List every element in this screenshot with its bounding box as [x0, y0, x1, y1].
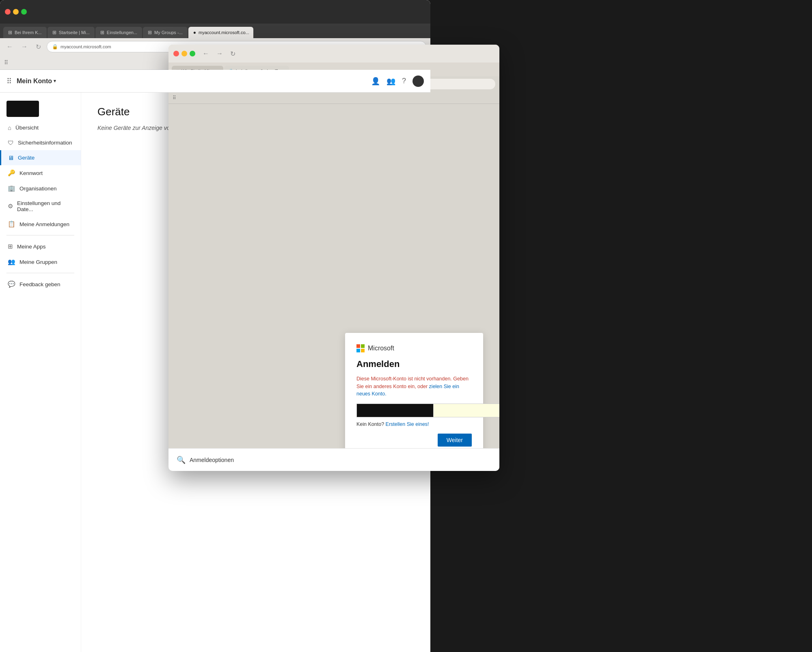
tab-bei-ihrem[interactable]: ⊞ Bei Ihrem K...: [3, 27, 47, 38]
grid-dots-icon-2: ⠿: [173, 95, 176, 101]
login-dialog: Microsoft Anmelden Diese Microsoft-Konto…: [345, 333, 483, 455]
feedback-icon: 💬: [8, 281, 15, 288]
monitor-icon: 🖥: [8, 154, 14, 161]
browser-tabs-1: ⊞ Bei Ihrem K... ⊞ Startseite | Mi... ⊞ …: [0, 24, 430, 38]
login-actions: Weiter: [356, 434, 472, 447]
tab-my-groups[interactable]: ⊞ My Groups -...: [143, 27, 188, 38]
group-icon[interactable]: 👥: [387, 77, 395, 86]
logo-sq-blue: [356, 349, 360, 352]
sidebar-item-feedback[interactable]: 💬 Feedback geben: [0, 276, 81, 292]
browser-toolbar-2: ⠿: [168, 92, 499, 104]
sidebar-item-anmeldungen[interactable]: 📋 Meine Anmeldungen: [0, 216, 81, 232]
close-button[interactable]: [5, 9, 11, 15]
person-icon[interactable]: 👤: [371, 77, 380, 86]
create-account-link-error[interactable]: zielen Sie ein neues Konto.: [356, 384, 459, 397]
tab-favicon-3: ⊞: [100, 30, 104, 35]
password-input[interactable]: [434, 404, 499, 417]
back-button-2[interactable]: ←: [200, 48, 212, 59]
apps-grid-icon: ⊞: [8, 243, 13, 250]
tab-favicon-4: ⊞: [148, 30, 152, 35]
anmelde-options-icon: 🔍: [177, 456, 186, 464]
grid-dots-icon: ⠿: [4, 59, 8, 66]
sidebar-item-einstellungen[interactable]: ⚙ Einstellungen und Date...: [0, 196, 81, 216]
tab-favicon-5: ●: [193, 30, 196, 35]
minimize-button-2[interactable]: [181, 51, 187, 56]
sidebar-divider-2: [6, 273, 74, 273]
refresh-button[interactable]: ↻: [33, 41, 43, 52]
ms-topbar: ⠿ Mein Konto ▾ 👤 👥 ?: [0, 70, 430, 93]
sidebar-item-kennwort[interactable]: 🔑 Kennwort: [0, 165, 81, 181]
anmelde-options-label: Anmeldeoptionen: [190, 457, 234, 463]
logo-sq-yellow: [361, 349, 365, 352]
tab-myaccount[interactable]: ● myaccount.microsoft.co...: [188, 27, 253, 38]
key-icon: 🔑: [8, 169, 15, 177]
no-account-text: Kein Konto? Erstellen Sie eines!: [356, 421, 472, 427]
account-title: Mein Konto ▾: [17, 78, 56, 85]
tab-einstellungen[interactable]: ⊞ Einstellungen...: [95, 27, 142, 38]
ms-squares-logo: [356, 344, 365, 352]
app-launcher-icon[interactable]: ⠿: [6, 77, 12, 86]
building-icon: 🏢: [8, 185, 15, 192]
back-button[interactable]: ←: [4, 41, 15, 52]
groups-icon: 👥: [8, 258, 15, 266]
tab-favicon-1: ⊞: [8, 30, 12, 35]
anmelde-bar[interactable]: 🔍 Anmeldeoptionen: [168, 448, 499, 471]
maximize-button-2[interactable]: [190, 51, 195, 56]
traffic-lights-2: [173, 51, 195, 56]
activity-icon: 📋: [8, 220, 15, 228]
chevron-down-icon: ▾: [54, 78, 56, 84]
sidebar-item-geraete[interactable]: 🖥 Geräte: [0, 150, 81, 165]
create-account-link[interactable]: Erstellen Sie eines!: [386, 421, 429, 427]
sidebar-item-gruppen[interactable]: 👥 Meine Gruppen: [0, 254, 81, 270]
refresh-button-2[interactable]: ↻: [228, 48, 238, 59]
help-icon[interactable]: ?: [402, 77, 406, 85]
forward-button-2[interactable]: →: [214, 48, 225, 59]
logo-sq-green: [361, 344, 365, 348]
login-input-row: 🔑: [356, 404, 472, 417]
maximize-button[interactable]: [21, 9, 27, 15]
sidebar-item-apps[interactable]: ⊞ Meine Apps: [0, 239, 81, 254]
tab-startseite[interactable]: ⊞ Startseite | Mi...: [48, 27, 95, 38]
topbar-icons: 👤 👥 ?: [371, 76, 424, 87]
browser-chrome-1: [0, 0, 430, 24]
login-title: Anmelden: [356, 359, 472, 369]
logo-sq-red: [356, 344, 360, 348]
sidebar-item-uebersicht[interactable]: ⌂ Übersicht: [0, 120, 81, 135]
forward-button[interactable]: →: [19, 41, 30, 52]
user-avatar[interactable]: [412, 76, 424, 87]
sidebar-item-organisationen[interactable]: 🏢 Organisationen: [0, 181, 81, 196]
traffic-lights-1: [5, 9, 27, 15]
address-text-1: myaccount.microsoft.com: [60, 44, 111, 49]
sidebar-item-sicherheit[interactable]: 🛡 Sicherheitsinformation: [0, 135, 81, 150]
home-icon: ⌂: [8, 124, 11, 131]
settings-icon: ⚙: [8, 203, 13, 210]
ms-logo: Microsoft: [356, 344, 472, 352]
shield-icon: 🛡: [8, 139, 14, 146]
ms-logo-text: Microsoft: [368, 345, 394, 352]
browser-chrome-2: ← → ↻: [168, 45, 499, 63]
login-error-message: Diese Microsoft-Konto ist nicht vorhande…: [356, 375, 472, 398]
lock-icon: 🔒: [52, 44, 58, 50]
tab-favicon-2: ⊞: [52, 30, 56, 35]
sidebar-avatar: [6, 101, 39, 117]
close-button-2[interactable]: [173, 51, 179, 56]
sidebar-divider-1: [6, 235, 74, 235]
minimize-button[interactable]: [13, 9, 19, 15]
submit-button[interactable]: Weiter: [438, 434, 472, 447]
sidebar: ⌂ Übersicht 🛡 Sicherheitsinformation 🖥 G…: [0, 93, 81, 652]
email-input[interactable]: [356, 404, 434, 417]
browser-window-2: ← → ↻ ⊞ Wie Sie Ihr Micro... 🔒 login.liv…: [168, 45, 499, 471]
